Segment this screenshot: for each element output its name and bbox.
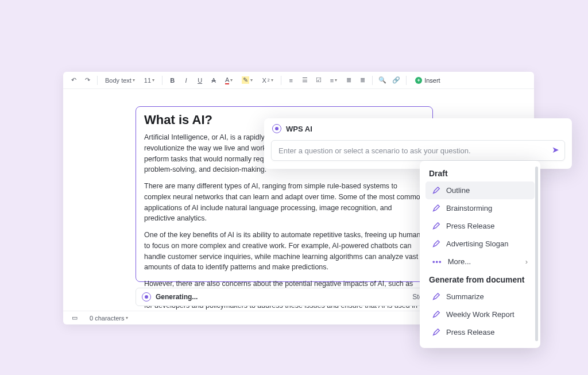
ai-panel-header: WPS AI [264, 118, 572, 137]
chevron-right-icon: › [525, 257, 528, 266]
pen-icon [432, 293, 440, 301]
bold-button[interactable]: B [167, 74, 178, 87]
menu-item-label: Weekly Work Report [446, 310, 514, 319]
menu-item-label: Advertising Slogan [446, 239, 508, 248]
menu-item-summarize[interactable]: Summarize [425, 288, 535, 306]
menu-item-label: Press Release [446, 328, 495, 337]
pen-icon [432, 204, 440, 212]
pen-icon [432, 328, 440, 337]
paragraph-style-dropdown[interactable]: Body text ▾ [102, 74, 138, 87]
link-button[interactable]: 🔗 [390, 74, 402, 87]
document-paragraph: One of the key benefits of AI is its abi… [144, 230, 424, 273]
align-button[interactable]: ≡▾ [327, 74, 341, 87]
generating-label: Generating... [156, 293, 198, 301]
menu-item-label: Brainstorming [446, 204, 492, 212]
strikethrough-button[interactable]: A [208, 74, 219, 87]
insert-label: Insert [424, 77, 440, 84]
ai-scenario-menu: Draft Outline Brainstorming Press Releas… [420, 161, 540, 348]
font-size-dropdown[interactable]: 11 ▾ [141, 74, 158, 87]
pen-icon [432, 187, 440, 195]
bullet-list-button[interactable]: ≡ [285, 74, 297, 87]
menu-item-label: Press Release [446, 222, 495, 230]
ai-generating-icon [142, 292, 151, 301]
character-count[interactable]: 0 characters ▾ [86, 312, 131, 324]
search-button[interactable]: 🔍 [377, 74, 388, 87]
pen-icon [432, 240, 440, 248]
italic-button[interactable]: I [180, 74, 192, 87]
page-icon[interactable]: ▭ [69, 312, 80, 324]
generating-status-bar: Generating... Stop [136, 288, 433, 306]
menu-section-draft: Draft [422, 167, 538, 181]
more-dots-icon: ••• [432, 257, 442, 266]
menu-item-press-release[interactable]: Press Release [425, 217, 535, 235]
menu-item-brainstorming[interactable]: Brainstorming [425, 199, 535, 217]
insert-button[interactable]: + Insert [411, 74, 445, 87]
insert-plus-icon: + [415, 77, 422, 84]
font-color-button[interactable]: A▾ [222, 74, 236, 87]
menu-scrollbar[interactable] [535, 167, 538, 341]
wps-ai-logo-icon [272, 124, 281, 133]
menu-item-label: Outline [446, 186, 470, 195]
underline-button[interactable]: U [194, 74, 206, 87]
numbered-list-button[interactable]: ☰ [299, 74, 311, 87]
menu-item-outline[interactable]: Outline [425, 181, 535, 199]
font-size-value: 11 [144, 77, 151, 84]
redo-button[interactable]: ↷ [82, 74, 93, 87]
ai-panel-title: WPS AI [286, 125, 312, 133]
undo-button[interactable]: ↶ [68, 74, 79, 87]
menu-item-advertising-slogan[interactable]: Advertising Slogan [425, 235, 535, 253]
checklist-button[interactable]: ☑ [313, 74, 324, 87]
pen-icon [432, 311, 440, 319]
menu-item-press-release-2[interactable]: Press Release [425, 323, 535, 341]
menu-item-more[interactable]: ••• More... › [425, 253, 535, 270]
toolbar: ↶ ↷ Body text ▾ 11 ▾ B I U A A▾ ✎▾ X2▾ ≡… [63, 72, 534, 89]
ai-question-input[interactable] [271, 140, 565, 161]
superscript-button[interactable]: X2▾ [258, 74, 276, 87]
menu-item-label: Summarize [446, 292, 484, 301]
menu-section-generate: Generate from document [422, 270, 538, 288]
pen-icon [432, 222, 440, 230]
document-paragraph: There are many different types of AI, ra… [144, 181, 424, 224]
paragraph-style-label: Body text [105, 77, 131, 84]
indent-left-button[interactable]: ≣ [343, 74, 354, 87]
menu-item-label: More... [448, 257, 471, 266]
menu-item-weekly-report[interactable]: Weekly Work Report [425, 306, 535, 323]
highlight-button[interactable]: ✎▾ [238, 74, 256, 87]
send-button[interactable]: ➤ [552, 145, 559, 155]
indent-right-button[interactable]: ≣ [357, 74, 368, 87]
